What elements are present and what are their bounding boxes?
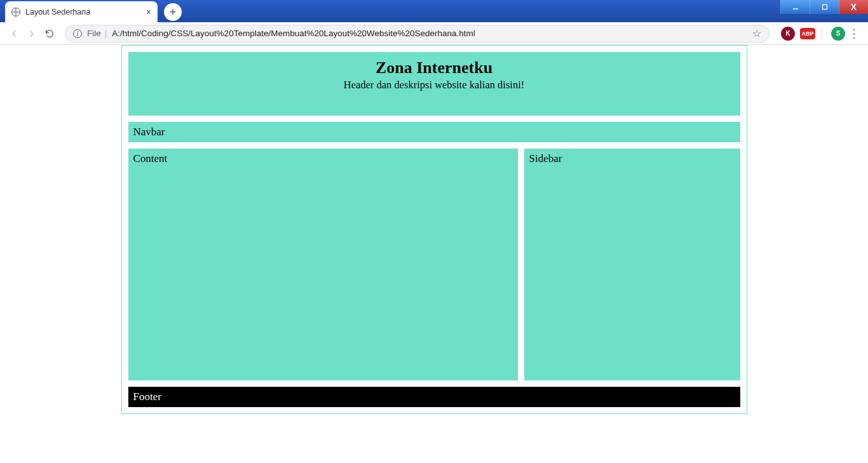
browser-tab[interactable]: Layout Sederhana × <box>5 1 158 22</box>
layout-container: Zona Internetku Header dan deskripsi web… <box>121 45 747 414</box>
browser-toolbar: i File | A:/html/Coding/CSS/Layout%20Tem… <box>0 22 868 45</box>
window-controls: X <box>780 0 868 14</box>
browser-titlebar: Layout Sederhana × + X <box>0 0 868 22</box>
page-info-icon[interactable]: i <box>73 29 82 38</box>
browser-menu-button[interactable]: ⋮ <box>845 25 863 43</box>
extension-k-button[interactable]: K <box>781 27 795 41</box>
toolbar-separator <box>822 28 822 39</box>
url-separator: | <box>105 29 107 38</box>
address-bar[interactable]: i File | A:/html/Coding/CSS/Layout%20Tem… <box>65 25 770 43</box>
window-minimize-button[interactable] <box>780 0 810 14</box>
header-section: Zona Internetku Header dan deskripsi web… <box>128 52 740 116</box>
tab-title: Layout Sederhana <box>25 8 90 17</box>
site-subtitle: Header dan deskripsi website kalian disi… <box>135 79 734 91</box>
footer-label: Footer <box>133 391 161 403</box>
content-label: Content <box>133 152 168 164</box>
page-viewport: Zona Internetku Header dan deskripsi web… <box>0 45 868 463</box>
site-title: Zona Internetku <box>135 58 734 77</box>
sidebar-section: Sidebar <box>524 149 740 380</box>
extension-abp-button[interactable]: ABP <box>800 28 815 39</box>
navbar-label: Navbar <box>133 126 165 138</box>
window-close-button[interactable]: X <box>839 0 868 14</box>
new-tab-button[interactable]: + <box>164 3 182 21</box>
main-row: Content Sidebar <box>128 149 740 380</box>
sidebar-label: Sidebar <box>529 152 562 164</box>
globe-icon <box>11 8 20 17</box>
window-maximize-button[interactable] <box>810 0 839 14</box>
bookmark-star-icon[interactable]: ☆ <box>752 27 761 39</box>
svg-rect-1 <box>822 5 827 10</box>
url-path: A:/html/Coding/CSS/Layout%20Template/Mem… <box>112 29 475 38</box>
content-section: Content <box>128 149 518 380</box>
nav-reload-button[interactable] <box>41 25 58 43</box>
tab-close-icon[interactable]: × <box>146 8 151 17</box>
nav-back-button[interactable] <box>5 25 23 43</box>
url-scheme-label: File <box>87 29 101 38</box>
footer-section: Footer <box>128 387 740 407</box>
navbar-section: Navbar <box>128 122 740 142</box>
profile-avatar-button[interactable]: S <box>831 27 845 41</box>
nav-forward-button[interactable] <box>23 25 41 43</box>
